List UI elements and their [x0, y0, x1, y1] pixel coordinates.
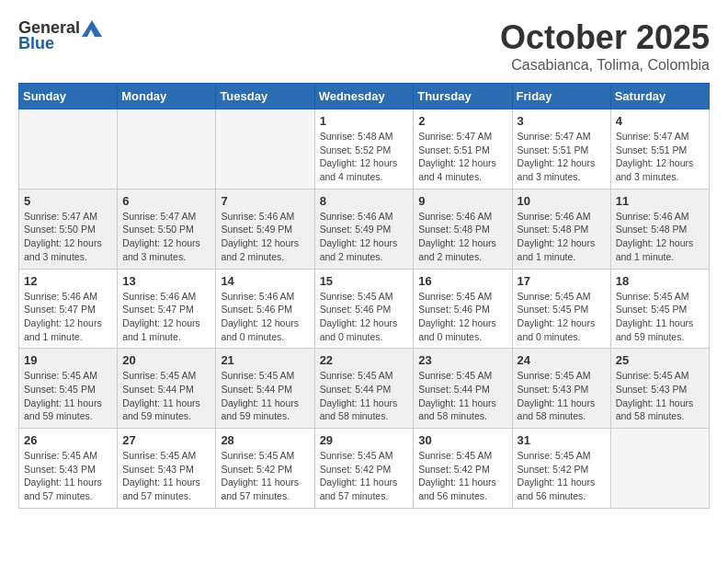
calendar-body: 1Sunrise: 5:48 AM Sunset: 5:52 PM Daylig…	[19, 109, 710, 509]
calendar-cell: 22Sunrise: 5:45 AM Sunset: 5:44 PM Dayli…	[314, 349, 414, 429]
calendar-cell: 25Sunrise: 5:45 AM Sunset: 5:43 PM Dayli…	[610, 349, 709, 429]
day-number: 1	[320, 114, 409, 128]
day-number: 11	[616, 194, 704, 208]
column-header-tuesday: Tuesday	[216, 84, 314, 109]
day-info: Sunrise: 5:45 AM Sunset: 5:43 PM Dayligh…	[122, 449, 210, 503]
calendar-cell: 7Sunrise: 5:46 AM Sunset: 5:49 PM Daylig…	[216, 189, 314, 269]
day-info: Sunrise: 5:45 AM Sunset: 5:45 PM Dayligh…	[24, 369, 112, 423]
day-info: Sunrise: 5:46 AM Sunset: 5:49 PM Dayligh…	[221, 210, 309, 264]
calendar-week-5: 26Sunrise: 5:45 AM Sunset: 5:43 PM Dayli…	[19, 429, 710, 509]
column-header-wednesday: Wednesday	[314, 84, 414, 109]
calendar-week-2: 5Sunrise: 5:47 AM Sunset: 5:50 PM Daylig…	[19, 189, 710, 269]
day-number: 2	[418, 114, 506, 128]
day-number: 30	[418, 433, 506, 447]
calendar-cell	[610, 429, 709, 509]
day-number: 10	[518, 194, 606, 208]
day-info: Sunrise: 5:45 AM Sunset: 5:45 PM Dayligh…	[518, 290, 606, 344]
day-number: 5	[24, 194, 112, 208]
calendar-cell: 3Sunrise: 5:47 AM Sunset: 5:51 PM Daylig…	[512, 109, 610, 190]
calendar-cell	[216, 109, 314, 190]
day-info: Sunrise: 5:45 AM Sunset: 5:46 PM Dayligh…	[320, 290, 409, 344]
calendar-cell: 5Sunrise: 5:47 AM Sunset: 5:50 PM Daylig…	[19, 189, 118, 269]
day-number: 25	[616, 353, 704, 367]
calendar-week-4: 19Sunrise: 5:45 AM Sunset: 5:45 PM Dayli…	[19, 349, 710, 429]
day-info: Sunrise: 5:46 AM Sunset: 5:48 PM Dayligh…	[616, 210, 704, 264]
logo-blue: Blue	[18, 34, 54, 53]
day-info: Sunrise: 5:45 AM Sunset: 5:46 PM Dayligh…	[418, 290, 506, 344]
day-number: 27	[122, 433, 210, 447]
day-number: 17	[518, 274, 606, 288]
day-info: Sunrise: 5:45 AM Sunset: 5:43 PM Dayligh…	[24, 449, 112, 503]
day-number: 15	[320, 274, 409, 288]
day-number: 26	[24, 433, 112, 447]
day-info: Sunrise: 5:45 AM Sunset: 5:44 PM Dayligh…	[320, 369, 409, 423]
day-info: Sunrise: 5:45 AM Sunset: 5:42 PM Dayligh…	[320, 449, 409, 503]
calendar-cell: 8Sunrise: 5:46 AM Sunset: 5:49 PM Daylig…	[314, 189, 414, 269]
calendar-cell: 6Sunrise: 5:47 AM Sunset: 5:50 PM Daylig…	[118, 189, 216, 269]
day-number: 21	[221, 353, 309, 367]
calendar-cell: 28Sunrise: 5:45 AM Sunset: 5:42 PM Dayli…	[216, 429, 314, 509]
calendar-cell: 13Sunrise: 5:46 AM Sunset: 5:47 PM Dayli…	[118, 269, 216, 349]
day-number: 19	[24, 353, 112, 367]
column-header-friday: Friday	[512, 84, 610, 109]
day-number: 13	[122, 274, 210, 288]
calendar-cell: 4Sunrise: 5:47 AM Sunset: 5:51 PM Daylig…	[610, 109, 709, 190]
day-number: 22	[320, 353, 409, 367]
day-number: 24	[518, 353, 606, 367]
day-info: Sunrise: 5:45 AM Sunset: 5:45 PM Dayligh…	[616, 290, 704, 344]
day-number: 9	[418, 194, 506, 208]
day-info: Sunrise: 5:46 AM Sunset: 5:46 PM Dayligh…	[221, 290, 309, 344]
day-number: 31	[518, 433, 606, 447]
title-area: October 2025 Casabianca, Tolima, Colombi…	[500, 18, 710, 74]
day-info: Sunrise: 5:46 AM Sunset: 5:47 PM Dayligh…	[122, 290, 210, 344]
calendar-cell: 23Sunrise: 5:45 AM Sunset: 5:44 PM Dayli…	[414, 349, 512, 429]
calendar-cell: 30Sunrise: 5:45 AM Sunset: 5:42 PM Dayli…	[414, 429, 512, 509]
day-info: Sunrise: 5:47 AM Sunset: 5:50 PM Dayligh…	[122, 210, 210, 264]
location-title: Casabianca, Tolima, Colombia	[500, 57, 710, 74]
column-header-sunday: Sunday	[19, 84, 118, 109]
day-number: 8	[320, 194, 409, 208]
calendar-cell: 20Sunrise: 5:45 AM Sunset: 5:44 PM Dayli…	[118, 349, 216, 429]
day-info: Sunrise: 5:46 AM Sunset: 5:48 PM Dayligh…	[518, 210, 606, 264]
day-number: 6	[122, 194, 210, 208]
calendar-cell	[118, 109, 216, 190]
day-info: Sunrise: 5:45 AM Sunset: 5:42 PM Dayligh…	[518, 449, 606, 503]
day-info: Sunrise: 5:45 AM Sunset: 5:42 PM Dayligh…	[418, 449, 506, 503]
logo-icon	[82, 20, 102, 37]
day-info: Sunrise: 5:45 AM Sunset: 5:44 PM Dayligh…	[221, 369, 309, 423]
day-number: 12	[24, 274, 112, 288]
calendar-cell: 2Sunrise: 5:47 AM Sunset: 5:51 PM Daylig…	[414, 109, 512, 190]
calendar-cell: 21Sunrise: 5:45 AM Sunset: 5:44 PM Dayli…	[216, 349, 314, 429]
day-number: 7	[221, 194, 309, 208]
logo: General Blue	[18, 18, 102, 53]
calendar-cell: 16Sunrise: 5:45 AM Sunset: 5:46 PM Dayli…	[414, 269, 512, 349]
day-info: Sunrise: 5:45 AM Sunset: 5:44 PM Dayligh…	[122, 369, 210, 423]
day-number: 23	[418, 353, 506, 367]
calendar-cell: 1Sunrise: 5:48 AM Sunset: 5:52 PM Daylig…	[314, 109, 414, 190]
day-info: Sunrise: 5:47 AM Sunset: 5:51 PM Dayligh…	[616, 130, 704, 184]
column-header-thursday: Thursday	[414, 84, 512, 109]
calendar-week-3: 12Sunrise: 5:46 AM Sunset: 5:47 PM Dayli…	[19, 269, 710, 349]
day-info: Sunrise: 5:45 AM Sunset: 5:43 PM Dayligh…	[518, 369, 606, 423]
calendar-cell: 18Sunrise: 5:45 AM Sunset: 5:45 PM Dayli…	[610, 269, 709, 349]
calendar-cell: 10Sunrise: 5:46 AM Sunset: 5:48 PM Dayli…	[512, 189, 610, 269]
calendar-cell: 17Sunrise: 5:45 AM Sunset: 5:45 PM Dayli…	[512, 269, 610, 349]
day-info: Sunrise: 5:45 AM Sunset: 5:44 PM Dayligh…	[418, 369, 506, 423]
day-number: 18	[616, 274, 704, 288]
calendar-cell: 26Sunrise: 5:45 AM Sunset: 5:43 PM Dayli…	[19, 429, 118, 509]
calendar-cell: 31Sunrise: 5:45 AM Sunset: 5:42 PM Dayli…	[512, 429, 610, 509]
calendar-cell: 9Sunrise: 5:46 AM Sunset: 5:48 PM Daylig…	[414, 189, 512, 269]
page-header: General Blue October 2025 Casabianca, To…	[18, 18, 710, 74]
day-number: 3	[518, 114, 606, 128]
calendar-cell: 12Sunrise: 5:46 AM Sunset: 5:47 PM Dayli…	[19, 269, 118, 349]
day-number: 20	[122, 353, 210, 367]
day-info: Sunrise: 5:47 AM Sunset: 5:50 PM Dayligh…	[24, 210, 112, 264]
day-number: 14	[221, 274, 309, 288]
day-info: Sunrise: 5:46 AM Sunset: 5:49 PM Dayligh…	[320, 210, 409, 264]
calendar-cell: 15Sunrise: 5:45 AM Sunset: 5:46 PM Dayli…	[314, 269, 414, 349]
calendar-cell	[19, 109, 118, 190]
calendar-cell: 14Sunrise: 5:46 AM Sunset: 5:46 PM Dayli…	[216, 269, 314, 349]
day-info: Sunrise: 5:47 AM Sunset: 5:51 PM Dayligh…	[418, 130, 506, 184]
day-info: Sunrise: 5:45 AM Sunset: 5:43 PM Dayligh…	[616, 369, 704, 423]
column-header-saturday: Saturday	[610, 84, 709, 109]
